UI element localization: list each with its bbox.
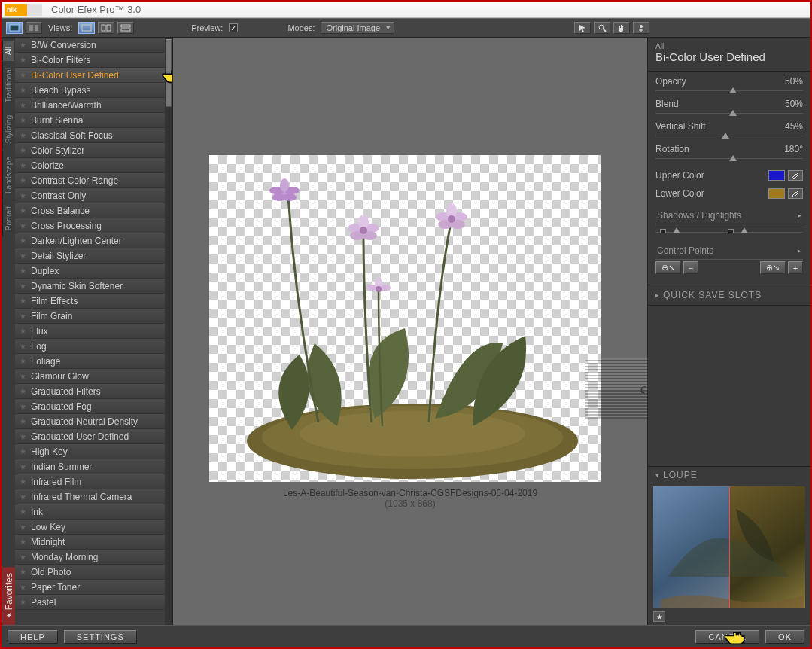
control-points-head[interactable]: Control Points ▸ xyxy=(655,242,803,260)
filter-item[interactable]: ★Monday Morning xyxy=(15,550,165,565)
filter-item[interactable]: ★Classical Soft Focus xyxy=(15,128,165,143)
control-point-add-pos[interactable]: ⊕↘ xyxy=(760,261,786,274)
favorite-star-icon[interactable]: ★ xyxy=(20,492,26,501)
slider-track[interactable] xyxy=(655,133,803,139)
favorite-star-icon[interactable]: ★ xyxy=(20,462,26,471)
favorite-star-icon[interactable]: ★ xyxy=(20,417,26,425)
preview-checkbox[interactable]: ✓ xyxy=(229,23,238,32)
favorite-star-icon[interactable]: ★ xyxy=(20,372,26,380)
lower-color-picker-icon[interactable] xyxy=(788,188,803,199)
shadows-highlights-slider[interactable] xyxy=(655,227,803,235)
filter-item[interactable]: ★Colorize xyxy=(15,158,165,173)
filter-item[interactable]: ★Graduated Fog xyxy=(15,399,165,414)
filter-item[interactable]: ★High Key xyxy=(15,444,165,459)
filter-item[interactable]: ★Burnt Sienna xyxy=(15,113,165,128)
favorite-star-icon[interactable]: ★ xyxy=(20,342,26,350)
favorite-star-icon[interactable]: ★ xyxy=(20,101,26,109)
filter-item[interactable]: ★Contrast Color Range xyxy=(15,173,165,188)
filter-item[interactable]: ★Infrared Thermal Camera xyxy=(15,489,165,504)
filter-item[interactable]: ★Graduated Filters xyxy=(15,384,165,399)
filter-item[interactable]: ★Ink xyxy=(15,504,165,520)
tab-all[interactable]: All xyxy=(2,41,14,61)
favorite-star-icon[interactable]: ★ xyxy=(20,267,26,275)
favorite-star-icon[interactable]: ★ xyxy=(20,282,26,290)
tab-landscape[interactable]: Landscape xyxy=(2,151,14,200)
modes-select[interactable]: Original Image xyxy=(321,22,394,34)
layout-3-icon[interactable] xyxy=(117,22,134,34)
filter-item[interactable]: ★Glamour Glow xyxy=(15,369,165,384)
filter-item[interactable]: ★Foliage xyxy=(15,354,165,369)
filter-item[interactable]: ★B/W Conversion xyxy=(15,38,165,53)
slider-track[interactable] xyxy=(655,88,803,94)
favorite-star-icon[interactable]: ★ xyxy=(20,176,26,184)
favorite-star-icon[interactable]: ★ xyxy=(20,583,26,591)
slider-track[interactable] xyxy=(655,111,803,117)
favorite-star-icon[interactable]: ★ xyxy=(20,568,26,576)
filter-item[interactable]: ★Old Photo xyxy=(15,565,165,580)
favorite-star-icon[interactable]: ★ xyxy=(20,41,26,49)
filter-item[interactable]: ★Cross Processing xyxy=(15,218,165,233)
help-button[interactable]: HELP xyxy=(8,630,58,644)
filter-scrollbar[interactable] xyxy=(165,38,172,625)
filter-item[interactable]: ★Infrared Film xyxy=(15,474,165,489)
filter-item[interactable]: ★Detail Stylizer xyxy=(15,248,165,264)
favorite-star-icon[interactable]: ★ xyxy=(20,432,26,440)
favorite-star-icon[interactable]: ★ xyxy=(20,161,26,169)
favorite-star-icon[interactable]: ★ xyxy=(20,327,26,335)
arrow-tool-icon[interactable] xyxy=(574,22,591,34)
favorite-star-icon[interactable]: ★ xyxy=(20,507,26,516)
loupe-head[interactable]: ▾ LOUPE xyxy=(648,467,810,483)
favorite-star-icon[interactable]: ★ xyxy=(20,56,26,64)
favorite-star-icon[interactable]: ★ xyxy=(20,251,26,260)
tab-favorites[interactable]: ★Favorites xyxy=(2,567,16,625)
hand-tool-icon[interactable] xyxy=(613,22,630,34)
lower-color-swatch[interactable] xyxy=(768,188,785,199)
control-point-plus[interactable]: + xyxy=(788,261,803,274)
favorite-star-icon[interactable]: ★ xyxy=(20,312,26,320)
favorite-star-icon[interactable]: ★ xyxy=(20,357,26,365)
slider-thumb[interactable] xyxy=(729,87,737,93)
favorite-star-icon[interactable]: ★ xyxy=(20,86,26,94)
favorite-star-icon[interactable]: ★ xyxy=(20,477,26,486)
loupe-preview[interactable] xyxy=(653,486,805,608)
filter-item[interactable]: ★Indian Summer xyxy=(15,459,165,474)
view-single-icon[interactable] xyxy=(6,22,23,34)
filter-item[interactable]: ★Contrast Only xyxy=(15,188,165,203)
favorite-star-icon[interactable]: ★ xyxy=(20,297,26,305)
slider-thumb[interactable] xyxy=(729,110,737,116)
favorite-star-icon[interactable]: ★ xyxy=(20,71,26,79)
quick-save-row[interactable]: ▸ QUICK SAVE SLOTS xyxy=(648,285,810,306)
filter-item[interactable]: ★Cross Balance xyxy=(15,203,165,218)
shadows-highlights-head[interactable]: Shadows / Highlights ▸ xyxy=(655,207,803,224)
filter-item[interactable]: ★Brilliance/Warmth xyxy=(15,98,165,113)
slider-track[interactable] xyxy=(655,156,803,162)
filter-item[interactable]: ★Bleach Bypass xyxy=(15,83,165,98)
filter-item[interactable]: ★Color Stylizer xyxy=(15,143,165,158)
zoom-tool-icon[interactable] xyxy=(594,22,610,34)
preview-canvas[interactable]: claudia xyxy=(209,155,601,482)
favorite-star-icon[interactable]: ★ xyxy=(20,553,26,561)
favorite-star-icon[interactable]: ★ xyxy=(20,598,26,606)
favorite-star-icon[interactable]: ★ xyxy=(20,402,26,410)
tab-traditional[interactable]: Traditional xyxy=(2,62,14,108)
favorite-star-icon[interactable]: ★ xyxy=(20,447,26,456)
favorite-star-icon[interactable]: ★ xyxy=(20,538,26,546)
favorite-star-icon[interactable]: ★ xyxy=(20,387,26,395)
ok-button[interactable]: OK xyxy=(765,630,804,644)
control-point-add-neg[interactable]: ⊖↘ xyxy=(655,261,681,274)
filter-item[interactable]: ★Paper Toner xyxy=(15,580,165,595)
upper-color-swatch[interactable] xyxy=(768,170,785,181)
view-split-icon[interactable] xyxy=(26,22,42,34)
favorite-star-icon[interactable]: ★ xyxy=(20,191,26,200)
favorite-star-icon[interactable]: ★ xyxy=(20,221,26,230)
filter-item[interactable]: ★Midnight xyxy=(15,535,165,550)
filter-item[interactable]: ★Duplex xyxy=(15,264,165,279)
favorite-star-icon[interactable]: ★ xyxy=(20,236,26,245)
slider-thumb[interactable] xyxy=(729,155,737,161)
layout-1-icon[interactable] xyxy=(78,22,95,34)
filter-item[interactable]: ★Darken/Lighten Center xyxy=(15,233,165,248)
layout-2-icon[interactable] xyxy=(98,22,114,34)
tab-portrait[interactable]: Portrait xyxy=(2,200,14,236)
control-point-minus[interactable]: − xyxy=(683,261,698,274)
filter-item[interactable]: ★Film Grain xyxy=(15,309,165,324)
